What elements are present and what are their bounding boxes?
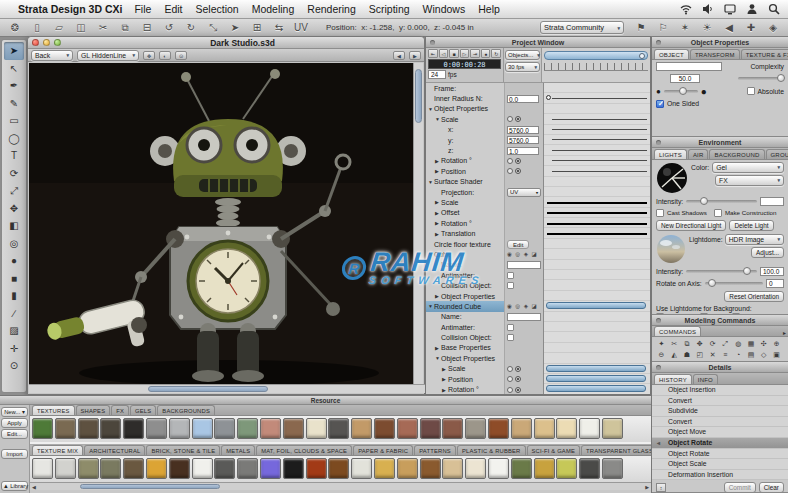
tab[interactable]: History (654, 374, 692, 384)
texture-swatch[interactable] (237, 458, 258, 479)
object-row-icons[interactable]: ◉ ◎ ◈ ◪ (507, 303, 538, 309)
texture-swatch[interactable] (534, 418, 555, 439)
resource-tab[interactable]: Gels (130, 405, 156, 415)
modeling-commands-header[interactable]: Modeling Commands (652, 315, 788, 326)
timeline-track-cell[interactable] (544, 208, 650, 218)
step-forward-button[interactable]: ⇥ (470, 49, 480, 58)
twist-command-icon[interactable]: ⟳ (706, 338, 719, 349)
list-command-icon[interactable]: ≡ (719, 349, 732, 360)
cast-shadows-checkbox[interactable] (656, 209, 664, 217)
timeline-track-cell[interactable] (544, 332, 650, 342)
object-properties-header[interactable]: Object Properties (652, 37, 788, 48)
texture-swatch[interactable] (169, 418, 190, 439)
menu-selection[interactable]: Selection (195, 3, 238, 15)
texture-swatch[interactable] (328, 418, 349, 439)
scale-tool[interactable]: ⤢ (4, 182, 24, 200)
texture-swatch[interactable] (78, 418, 99, 439)
tree-row[interactable]: Name: ▾ ◉ ◎ ◈ ◪ (426, 260, 650, 270)
texture-swatch[interactable] (556, 458, 577, 479)
cube-tool[interactable]: ■ (4, 270, 24, 288)
timeline-track-cell[interactable] (544, 145, 650, 155)
oval-tool[interactable]: ◯ (4, 130, 24, 148)
apply-button[interactable]: Apply (1, 418, 28, 428)
texture-swatch[interactable] (374, 418, 395, 439)
menu-modeling[interactable]: Modeling (252, 3, 295, 15)
objects-dropdown[interactable]: Objects...▾ (505, 50, 540, 60)
scale-command-icon[interactable]: ⤢ (719, 338, 732, 349)
history-item[interactable]: Object Rotate (652, 449, 788, 460)
undo-icon[interactable]: ↺ (161, 22, 177, 34)
transform-icon[interactable]: ⤡ (205, 22, 221, 34)
go-start-button[interactable]: ⇤ (428, 49, 438, 58)
volume-icon[interactable] (702, 3, 714, 15)
scroll-left-arrow[interactable]: ◀ (32, 483, 36, 491)
tree-row[interactable]: ▼ Cube ▾ ◉ ◎ ◈ ◪ (426, 249, 650, 259)
extrude-tool[interactable]: ◧ (4, 217, 24, 235)
tree-row[interactable]: ▶ Translation ▾ ◉ ◎ ◈ ◪ (426, 228, 650, 238)
tab-overflow-icon[interactable]: ▸ (783, 329, 786, 336)
flag-outline-icon[interactable]: ⚐ (655, 22, 671, 33)
minimize-button[interactable] (43, 39, 50, 46)
texture-swatch[interactable] (465, 458, 486, 479)
texture-swatch[interactable] (556, 418, 577, 439)
tree-row[interactable]: y: 5760.0 5760.0▾ 5760.0 ◉ ◎ ◈ ◪ (426, 135, 650, 145)
gel-dropdown[interactable]: Gel▾ (712, 162, 784, 173)
timeline-track-cell[interactable] (544, 218, 650, 228)
timeline-track-cell[interactable] (544, 114, 650, 124)
tab[interactable]: Lights (654, 149, 687, 159)
swap-icon[interactable]: ⇆ (271, 22, 287, 34)
texture-swatch[interactable] (192, 458, 213, 479)
details-header[interactable]: Details (652, 362, 788, 373)
texture-swatch[interactable] (397, 458, 418, 479)
bevel-command-icon[interactable]: ✦ (655, 338, 668, 349)
value-field[interactable]: 5760.0 (507, 126, 539, 134)
eyedropper-tool[interactable]: ✛ (4, 340, 24, 358)
texture-swatch[interactable] (214, 418, 235, 439)
menu-edit[interactable]: Edit (164, 3, 182, 15)
resource-tab[interactable]: FX (111, 405, 129, 415)
menu-help[interactable]: Help (478, 3, 500, 15)
fps-field[interactable]: 24 (428, 70, 446, 79)
view-fps-dropdown[interactable]: 30 fps▾ (505, 62, 540, 72)
tree-row[interactable]: Antimatter: ▾ ◉ ◎ ◈ ◪ (426, 270, 650, 280)
new-document-icon[interactable]: ▯ (29, 22, 45, 34)
tree-row[interactable]: ▶ Position ▾ ◉ ◎ ◈ ◪ (426, 374, 650, 384)
uv-edit-icon[interactable]: UV (293, 22, 309, 34)
pencil-tool[interactable]: ✎ (4, 95, 24, 113)
category-tab[interactable]: Sci-Fi & Game (527, 445, 581, 455)
pan-view-button[interactable]: ✥ (143, 51, 155, 60)
tree-row[interactable]: ▶ Offset ▾ ◉ ◎ ◈ ◪ (426, 208, 650, 218)
row-checkbox[interactable] (507, 334, 514, 341)
value-field[interactable]: 5760.0 (507, 136, 539, 144)
light-intensity-field[interactable] (760, 197, 784, 206)
category-tab[interactable]: Brick, Stone & Tile (146, 445, 220, 455)
timeline-track-cell[interactable] (544, 166, 650, 176)
smooth-command-icon[interactable]: ◔ (732, 349, 745, 360)
timeline-track-cell[interactable] (544, 135, 650, 145)
category-tab[interactable]: Mat, Foil, Clouds & Space (256, 445, 352, 455)
keyframe-buttons[interactable] (507, 387, 521, 393)
absolute-checkbox[interactable] (747, 87, 755, 95)
keyframe-buttons[interactable] (507, 366, 521, 372)
light-icon[interactable]: ☀ (699, 22, 715, 33)
timeline-track-cell[interactable] (544, 353, 650, 363)
texture-swatch[interactable] (511, 458, 532, 479)
edit-button[interactable]: Edit (507, 240, 529, 249)
timeline-track-cell[interactable] (544, 312, 650, 322)
resource-header[interactable]: Resource (0, 396, 651, 405)
tree-row[interactable]: ▶ Scale ▾ ◉ ◎ ◈ ◪ (426, 364, 650, 374)
texture-swatch[interactable] (328, 458, 349, 479)
zoom-view-button[interactable]: ⊙ (175, 51, 187, 60)
gem-icon[interactable]: ◈ (765, 22, 781, 33)
texture-swatch[interactable] (214, 458, 235, 479)
timeline-track-cell[interactable] (544, 301, 650, 311)
tab[interactable]: Ground (766, 149, 788, 159)
texture-swatch[interactable] (100, 418, 121, 439)
history-item[interactable]: Object Insertion (652, 385, 788, 396)
tree-row[interactable]: Projection: UV UV▾ UV ◉ ◎ ◈ ◪ (426, 187, 650, 197)
paste-icon[interactable]: ⊟ (139, 22, 155, 34)
clear-button[interactable]: Clear (759, 482, 784, 493)
align-command-icon[interactable]: ◰ (693, 349, 706, 360)
value-field[interactable]: 1.0 (507, 147, 539, 155)
texture-swatch[interactable] (488, 418, 509, 439)
